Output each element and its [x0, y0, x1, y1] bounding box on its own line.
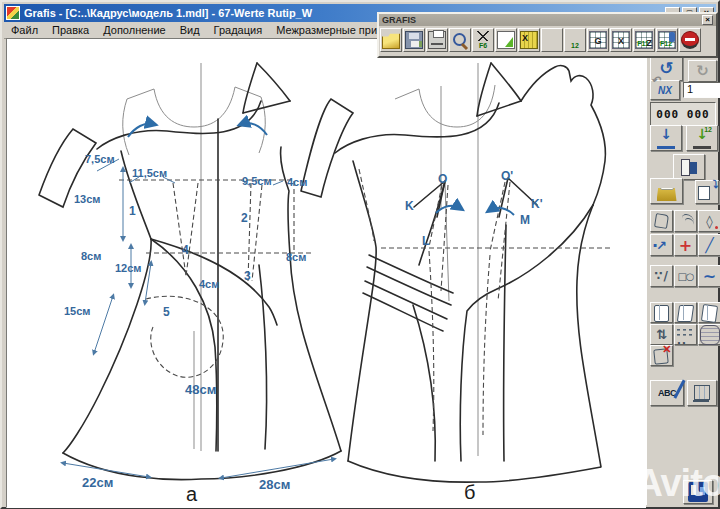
- quilt-button[interactable]: [698, 324, 720, 345]
- pieces-stack-icon: [679, 157, 699, 177]
- seam-marks-icon: ⇅: [651, 325, 672, 344]
- toolbar-buttons: F6 12 G X F11 F12: [379, 26, 716, 54]
- coordinate-display: 000 000: [650, 102, 716, 126]
- pattern-drawing: [7, 39, 645, 507]
- stop-button[interactable]: [679, 28, 701, 52]
- table-f11-icon: F11: [635, 31, 653, 49]
- add-cross-button[interactable]: +: [674, 234, 697, 256]
- menu-item[interactable]: Дополнение: [96, 23, 172, 37]
- preview-icon: [497, 31, 515, 49]
- save-button[interactable]: [403, 28, 425, 52]
- insert-down-12-button[interactable]: 12: [686, 125, 718, 151]
- pattern-measure-button[interactable]: [687, 380, 717, 406]
- insert-down-icon: [543, 31, 561, 49]
- toolbar-close-button[interactable]: ×: [702, 15, 713, 25]
- table-f11-button[interactable]: F11: [633, 28, 655, 52]
- open-folder-icon: [382, 31, 400, 49]
- zoom-button[interactable]: [449, 28, 471, 52]
- text-tool-button[interactable]: ABC: [650, 380, 684, 406]
- insert-down-12-button[interactable]: 12: [564, 28, 586, 52]
- cut-button[interactable]: F6: [472, 28, 494, 52]
- line-icon: ╱: [699, 235, 720, 255]
- piece-fold-2-icon: [676, 303, 696, 323]
- insert-down-12-icon: 12: [566, 31, 584, 49]
- toolbar-title-bar[interactable]: GRAFIS ×: [379, 14, 716, 26]
- piece-fold-1-button[interactable]: [650, 302, 673, 323]
- copy-transform-icon: [697, 182, 717, 202]
- bottom-tool-button[interactable]: [683, 480, 713, 504]
- nx-icon: NX: [651, 81, 679, 99]
- redo-icon: ↻: [689, 61, 716, 81]
- shapes-icon: □○: [675, 266, 696, 286]
- drawing-canvas[interactable]: 7,5см11,5см9,5см4см13см128см48см12см34см…: [6, 38, 646, 508]
- menu-item[interactable]: Файл: [4, 23, 45, 37]
- piece-fold-3-icon: [700, 303, 720, 323]
- line-button[interactable]: ╱: [698, 234, 720, 256]
- curve-set-button[interactable]: [674, 210, 697, 232]
- measure-icon: [520, 31, 538, 49]
- insert-down-button[interactable]: [541, 28, 563, 52]
- right-pattern-draft: [335, 63, 611, 482]
- nx-count-input[interactable]: 1: [683, 82, 720, 98]
- app-icon: [6, 6, 20, 20]
- piece-fold-1-icon: [652, 303, 672, 323]
- delete-piece-icon: [652, 346, 672, 366]
- basket-icon: [657, 181, 677, 201]
- open-folder-button[interactable]: [380, 28, 402, 52]
- grafis-toolbar-window: GRAFIS × F6: [377, 12, 718, 58]
- preview-button[interactable]: [495, 28, 517, 52]
- table-x-button[interactable]: X: [610, 28, 632, 52]
- stop-icon: [681, 31, 699, 49]
- pieces-stack-button[interactable]: [673, 154, 705, 180]
- bottom-tool-icon: [688, 482, 708, 502]
- toolbar-title: GRAFIS: [382, 15, 702, 25]
- cut-icon: F6: [474, 31, 492, 49]
- insert-down-button[interactable]: [650, 125, 682, 151]
- nx-repeat-button[interactable]: NX: [650, 80, 680, 100]
- app-window: Grafis - [C:..\Кадрус\модель 1.mdl] - 67…: [0, 0, 720, 509]
- table-f12-button[interactable]: F12: [656, 28, 678, 52]
- scatter-points-button[interactable]: ∵/: [650, 265, 673, 287]
- shapes-button[interactable]: □○: [674, 265, 697, 287]
- delete-piece-button[interactable]: [650, 345, 673, 366]
- basket-button[interactable]: [650, 178, 683, 204]
- redo-button[interactable]: ↻: [688, 60, 717, 82]
- spline-button[interactable]: ~: [698, 265, 720, 287]
- menu-item[interactable]: Правка: [45, 23, 96, 37]
- curve-set-icon: [676, 211, 696, 231]
- piece-fold-2-button[interactable]: [674, 302, 697, 323]
- scatter-points-icon: ∵/: [651, 266, 672, 286]
- spline-icon: ~: [699, 266, 720, 286]
- pattern-measure-icon: [692, 383, 712, 403]
- piece-outline-icon: [652, 211, 672, 231]
- save-icon: [405, 31, 423, 49]
- piece-outline-button[interactable]: [650, 210, 673, 232]
- table-g-button[interactable]: G: [587, 28, 609, 52]
- dart-icon: ◊: [699, 211, 720, 231]
- piece-fold-3-button[interactable]: [698, 302, 720, 323]
- insert-down-12-icon: 12: [693, 128, 711, 149]
- quilt-icon: [700, 325, 720, 345]
- text-tool-icon: ABC: [651, 381, 683, 405]
- menu-item[interactable]: Градация: [207, 23, 270, 37]
- table-f12-icon: F12: [658, 31, 676, 49]
- table-x-icon: X: [612, 31, 630, 49]
- dart-button[interactable]: ◊: [698, 210, 720, 232]
- copy-transform-button[interactable]: [695, 180, 719, 204]
- dash-dots-icon: [676, 325, 696, 345]
- dash-dots-button[interactable]: [674, 324, 697, 345]
- print-icon: [428, 31, 446, 49]
- insert-down-icon: [657, 128, 675, 149]
- print-button[interactable]: [426, 28, 448, 52]
- measure-button[interactable]: [518, 28, 540, 52]
- menu-item[interactable]: Вид: [173, 23, 207, 37]
- tool-sidebar: ↺ ↻ NX 1 000 000 12 ◊ ↗ + ╱: [646, 38, 716, 505]
- add-cross-icon: +: [675, 235, 696, 255]
- point-line-button[interactable]: ↗: [650, 234, 673, 256]
- table-g-icon: G: [589, 31, 607, 49]
- zoom-icon: [451, 31, 469, 49]
- point-line-icon: ↗: [651, 235, 672, 255]
- left-pattern-draft: [39, 63, 353, 480]
